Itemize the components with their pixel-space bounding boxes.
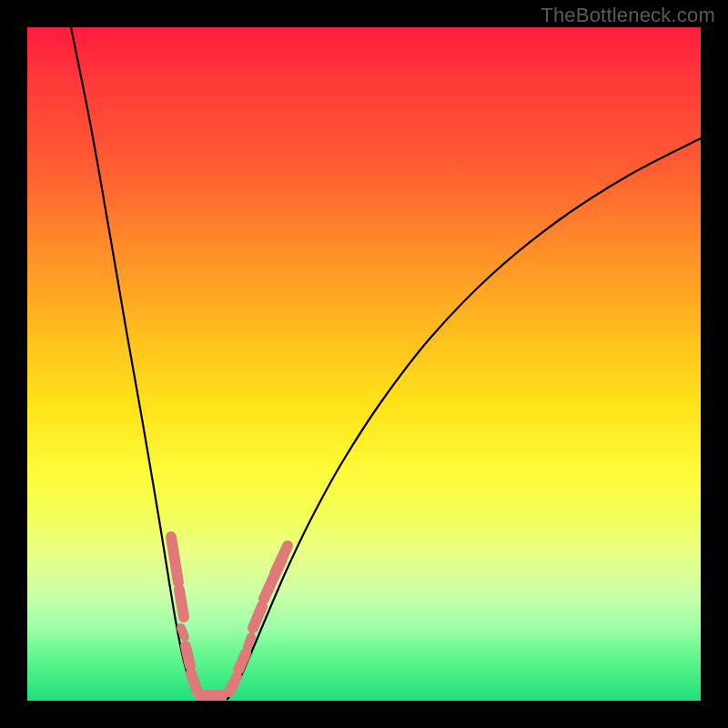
bead (229, 677, 237, 692)
bead (257, 612, 260, 619)
chart-frame: TheBottleneck.com (0, 0, 728, 728)
bead (275, 546, 288, 573)
bead (248, 637, 251, 646)
bead-group (171, 537, 288, 695)
bead (238, 653, 246, 670)
bead (181, 628, 185, 637)
bead (191, 673, 197, 690)
curves-svg (27, 27, 701, 701)
plot-area (27, 27, 701, 701)
bead (179, 590, 184, 617)
right-curve (228, 138, 701, 699)
watermark-text: TheBottleneck.com (541, 4, 715, 27)
bead (186, 646, 190, 666)
bead (171, 537, 178, 582)
